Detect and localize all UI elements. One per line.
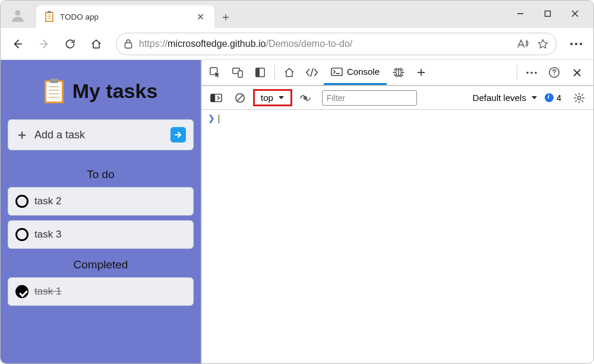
add-task-row[interactable]: ＋ Add a task xyxy=(8,119,194,150)
section-completed-header: Completed xyxy=(8,258,194,271)
address-bar[interactable]: https://microsoftedge.github.io/Demos/de… xyxy=(116,33,557,55)
section-todo-header: To do xyxy=(8,168,194,181)
console-toolbar: top Filter Default levels 4 xyxy=(202,86,593,110)
console-output[interactable]: ❯ xyxy=(202,110,593,364)
task-name: task 2 xyxy=(34,195,61,207)
console-icon xyxy=(331,67,343,77)
svg-line-42 xyxy=(238,95,243,100)
console-settings-button[interactable] xyxy=(568,87,590,109)
svg-rect-3 xyxy=(48,11,51,14)
profile-avatar[interactable] xyxy=(8,5,28,26)
task-name: task 1 xyxy=(34,286,61,297)
close-window-button[interactable] xyxy=(561,3,589,24)
app-title: My tasks xyxy=(72,80,158,103)
svg-rect-8 xyxy=(545,11,551,17)
svg-rect-11 xyxy=(125,43,132,48)
minimize-button[interactable] xyxy=(507,3,534,24)
close-tab-button[interactable]: ✕ xyxy=(194,11,206,23)
device-toggle-icon[interactable] xyxy=(227,62,248,83)
issues-badge[interactable]: 4 xyxy=(545,93,561,103)
dock-side-icon[interactable] xyxy=(249,62,271,83)
task-name: task 3 xyxy=(34,229,61,240)
todo-app: My tasks ＋ Add a task To do task 2 task … xyxy=(1,60,201,364)
devtools-tabbar: Console xyxy=(202,60,593,86)
devtools-more-button[interactable] xyxy=(521,62,542,83)
svg-point-44 xyxy=(577,96,580,99)
svg-rect-16 xyxy=(46,82,62,102)
log-levels-selector[interactable]: Default levels xyxy=(473,93,538,103)
context-selector[interactable]: top xyxy=(253,89,292,106)
window-titlebar: TODO app ✕ ＋ xyxy=(1,1,593,28)
sources-tab-icon[interactable] xyxy=(388,62,409,83)
clipboard-icon xyxy=(45,11,54,23)
console-tab[interactable]: Console xyxy=(324,60,387,85)
unchecked-icon[interactable] xyxy=(15,195,29,208)
close-devtools-button[interactable] xyxy=(566,62,587,83)
task-item[interactable]: task 3 xyxy=(8,220,194,249)
maximize-button[interactable] xyxy=(534,3,561,24)
chevron-down-icon xyxy=(531,96,538,100)
svg-point-33 xyxy=(530,71,533,74)
svg-point-12 xyxy=(570,43,573,45)
more-button[interactable] xyxy=(565,33,587,55)
svg-point-14 xyxy=(580,43,582,45)
refresh-button[interactable] xyxy=(59,33,81,55)
info-icon xyxy=(545,93,554,102)
prompt-chevron-icon: ❯ xyxy=(208,113,215,123)
lock-icon xyxy=(124,39,133,49)
window-controls xyxy=(507,3,589,24)
forward-button xyxy=(33,33,55,55)
clipboard-icon xyxy=(44,78,64,104)
devtools-panel: Console top Filter Default levels xyxy=(201,60,593,364)
inspect-icon[interactable] xyxy=(204,62,226,83)
elements-tab-icon[interactable] xyxy=(301,62,323,83)
home-button[interactable] xyxy=(85,33,108,55)
submit-task-button[interactable] xyxy=(170,127,186,143)
context-label: top xyxy=(261,93,273,103)
svg-rect-24 xyxy=(238,71,242,77)
svg-rect-17 xyxy=(50,78,58,83)
browser-toolbar: https://microsoftedge.github.io/Demos/de… xyxy=(1,28,593,60)
svg-point-0 xyxy=(15,10,20,15)
text-cursor xyxy=(219,115,219,124)
browser-tab[interactable]: TODO app ✕ xyxy=(36,5,214,28)
console-tab-label: Console xyxy=(347,67,380,77)
svg-point-36 xyxy=(554,74,555,75)
url-text: https://microsoftedge.github.io/Demos/de… xyxy=(139,39,352,49)
chevron-down-icon xyxy=(278,96,285,100)
svg-point-32 xyxy=(526,71,529,74)
task-item[interactable]: task 1 xyxy=(8,277,194,306)
back-button[interactable] xyxy=(7,33,29,55)
app-header: My tasks xyxy=(8,67,194,119)
clear-console-button[interactable] xyxy=(229,87,251,109)
toggle-sidebar-button[interactable] xyxy=(206,87,227,109)
live-expression-button[interactable] xyxy=(295,87,316,109)
svg-point-13 xyxy=(575,43,577,45)
read-aloud-icon[interactable] xyxy=(516,38,529,50)
levels-label: Default levels xyxy=(473,93,526,103)
filter-input[interactable]: Filter xyxy=(322,90,417,106)
svg-point-34 xyxy=(535,71,537,74)
help-button[interactable] xyxy=(544,62,565,83)
plus-icon: ＋ xyxy=(15,126,29,144)
unchecked-icon[interactable] xyxy=(15,228,29,241)
svg-rect-40 xyxy=(211,94,215,102)
more-tabs-button[interactable] xyxy=(410,62,432,83)
welcome-tab-icon[interactable] xyxy=(279,62,300,83)
svg-rect-26 xyxy=(256,68,260,77)
checked-icon[interactable] xyxy=(15,285,29,298)
issues-count: 4 xyxy=(557,93,561,103)
favorite-icon[interactable] xyxy=(537,38,549,50)
tab-title: TODO app xyxy=(60,12,188,21)
new-tab-button[interactable]: ＋ xyxy=(214,5,237,28)
task-item[interactable]: task 2 xyxy=(8,187,194,216)
add-task-placeholder: Add a task xyxy=(34,129,165,141)
svg-rect-27 xyxy=(331,68,342,75)
